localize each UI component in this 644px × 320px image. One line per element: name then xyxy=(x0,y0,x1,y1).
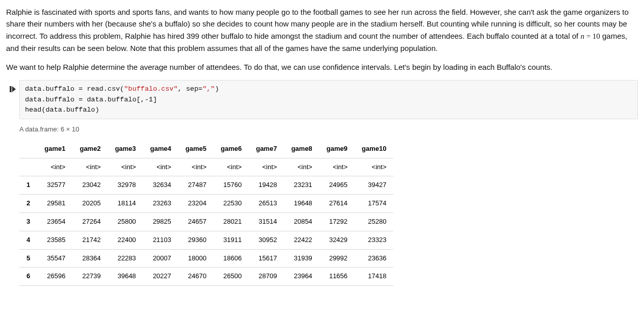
row-index: 6 xyxy=(19,268,37,286)
dtype-cell: <int> xyxy=(108,158,143,176)
cell: 21103 xyxy=(143,231,178,249)
dtype-cell: <int> xyxy=(249,158,284,176)
cell: 25280 xyxy=(355,212,393,231)
row-index: 1 xyxy=(19,176,37,195)
row-index: 5 xyxy=(19,249,37,268)
math-eq: = xyxy=(584,32,593,40)
cell: 18606 xyxy=(213,249,249,268)
col-header: game3 xyxy=(108,140,143,158)
cell: 20205 xyxy=(72,195,108,213)
dtype-cell: <int> xyxy=(37,158,72,176)
cell: 21742 xyxy=(72,231,108,249)
row-index: 4 xyxy=(19,231,37,249)
table-row: 4235852174222400211032936031911309522242… xyxy=(19,231,393,249)
cell: 32429 xyxy=(319,231,355,249)
code-input[interactable]: data.buffalo = read.csv("buffalo.csv", s… xyxy=(19,80,638,119)
cell: 28709 xyxy=(249,268,284,286)
cell: 19648 xyxy=(284,195,319,213)
col-header: game9 xyxy=(319,140,355,158)
math-n: n xyxy=(580,32,584,40)
col-header: game6 xyxy=(213,140,249,158)
cell: 31514 xyxy=(249,212,284,231)
cell: 17292 xyxy=(319,212,355,231)
run-icon[interactable] xyxy=(10,85,16,92)
code-cell: data.buffalo = read.csv("buffalo.csv", s… xyxy=(6,80,638,119)
table-row: 3236542726425800298252465728021315142085… xyxy=(19,212,393,231)
dtype-cell: <int> xyxy=(72,158,108,176)
col-header: game10 xyxy=(355,140,393,158)
cell: 39427 xyxy=(355,176,393,195)
cell: 28021 xyxy=(213,212,249,231)
cell: 24657 xyxy=(178,212,213,231)
cell: 23585 xyxy=(37,231,72,249)
cell: 31939 xyxy=(284,249,319,268)
cell: 26596 xyxy=(37,268,72,286)
col-header: game2 xyxy=(72,140,108,158)
cell: 17574 xyxy=(355,195,393,213)
table-row: 6265962273939648202272467026500287092396… xyxy=(19,268,393,286)
cell: 23204 xyxy=(178,195,213,213)
cell: 23636 xyxy=(355,249,393,268)
cell: 20854 xyxy=(284,212,319,231)
cell: 23263 xyxy=(143,195,178,213)
output-area: A data.frame: 6 × 10 game1 game2 game3 g… xyxy=(19,124,638,286)
dataframe-table: game1 game2 game3 game4 game5 game6 game… xyxy=(19,140,393,286)
table-row: 2295812020518114232632320422530265131964… xyxy=(19,195,393,213)
cell: 29360 xyxy=(178,231,213,249)
paragraph-1: Ralphie is fascinated with sports and sp… xyxy=(6,6,638,54)
dataframe-caption: A data.frame: 6 × 10 xyxy=(19,124,638,135)
col-header: game5 xyxy=(178,140,213,158)
dtype-cell: <int> xyxy=(178,158,213,176)
table-row: 5355472836422283200071800018606156173193… xyxy=(19,249,393,268)
cell: 23323 xyxy=(355,231,393,249)
cell: 29581 xyxy=(37,195,72,213)
dtype-cell: <int> xyxy=(213,158,249,176)
narrative-text: Ralphie is fascinated with sports and sp… xyxy=(6,6,638,73)
cell: 17418 xyxy=(355,268,393,286)
cell: 19428 xyxy=(249,176,284,195)
cell: 32978 xyxy=(108,176,143,195)
cell: 22530 xyxy=(213,195,249,213)
cell: 32577 xyxy=(37,176,72,195)
cell: 20227 xyxy=(143,268,178,286)
cell: 30952 xyxy=(249,231,284,249)
cell: 26500 xyxy=(213,268,249,286)
dtype-cell: <int> xyxy=(319,158,355,176)
paragraph-2: We want to help Ralphie determine the av… xyxy=(6,61,638,73)
cell: 23964 xyxy=(284,268,319,286)
cell: 22283 xyxy=(108,249,143,268)
run-gutter[interactable] xyxy=(6,80,19,119)
cell: 22400 xyxy=(108,231,143,249)
table-row: 1325772304232978326342748715760194282323… xyxy=(19,176,393,195)
cell: 27614 xyxy=(319,195,355,213)
cell: 27487 xyxy=(178,176,213,195)
cell: 35547 xyxy=(37,249,72,268)
col-header: game1 xyxy=(37,140,72,158)
cell: 15760 xyxy=(213,176,249,195)
cell: 20007 xyxy=(143,249,178,268)
cell: 24965 xyxy=(319,176,355,195)
cell: 29825 xyxy=(143,212,178,231)
cell: 23654 xyxy=(37,212,72,231)
dtype-row: <int> <int> <int> <int> <int> <int> <int… xyxy=(19,158,393,176)
cell: 18000 xyxy=(178,249,213,268)
cell: 24670 xyxy=(178,268,213,286)
math-n-value: 10 xyxy=(593,32,600,40)
cell: 23231 xyxy=(284,176,319,195)
cell: 18114 xyxy=(108,195,143,213)
row-index: 3 xyxy=(19,212,37,231)
cell: 31911 xyxy=(213,231,249,249)
header-row: game1 game2 game3 game4 game5 game6 game… xyxy=(19,140,393,158)
cell: 29992 xyxy=(319,249,355,268)
cell: 26513 xyxy=(249,195,284,213)
cell: 28364 xyxy=(72,249,108,268)
cell: 22422 xyxy=(284,231,319,249)
cell: 15617 xyxy=(249,249,284,268)
cell: 23042 xyxy=(72,176,108,195)
dtype-cell: <int> xyxy=(355,158,393,176)
col-header: game8 xyxy=(284,140,319,158)
cell: 27264 xyxy=(72,212,108,231)
dtype-cell: <int> xyxy=(143,158,178,176)
paragraph-1-pre: Ralphie is fascinated with sports and sp… xyxy=(6,8,629,40)
dtype-cell: <int> xyxy=(284,158,319,176)
